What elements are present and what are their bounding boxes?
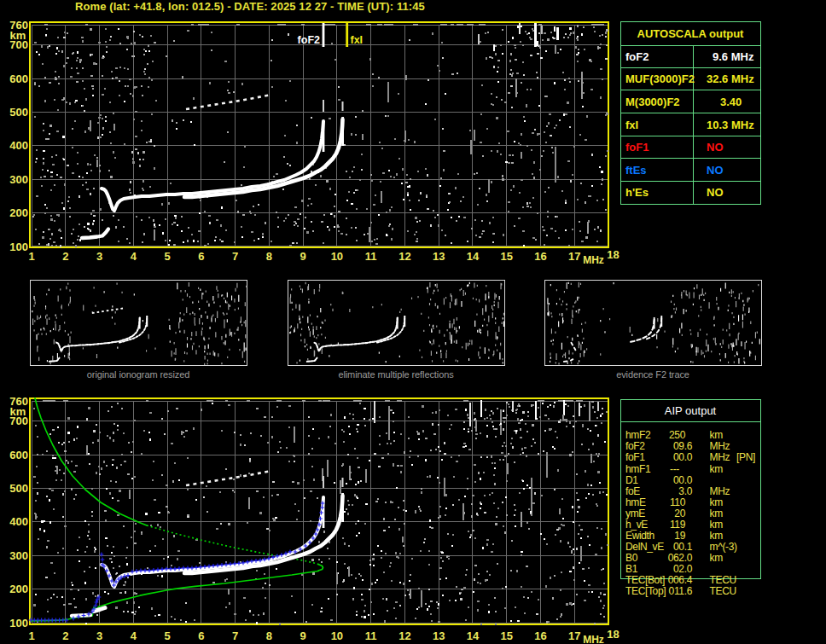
- svg-text:00.0: 00.0: [673, 474, 693, 486]
- svg-text:500: 500: [9, 106, 28, 119]
- svg-text:17: 17: [568, 250, 580, 263]
- svg-text:200: 200: [9, 583, 28, 595]
- svg-text:13: 13: [433, 629, 445, 642]
- svg-text:MHz: MHz: [710, 485, 730, 497]
- svg-text:15: 15: [500, 629, 512, 642]
- svg-text:6: 6: [198, 629, 204, 642]
- svg-text:---: ---: [670, 463, 679, 475]
- svg-text:foE: foE: [625, 485, 640, 497]
- svg-text:km: km: [710, 429, 724, 441]
- svg-text:B0: B0: [625, 552, 638, 564]
- svg-text:Rome (lat: +41.8, lon: 012.5): Rome (lat: +41.8, lon: 012.5) - DATE: 20…: [75, 0, 425, 13]
- svg-text:13: 13: [433, 250, 445, 263]
- svg-text:062.0: 062.0: [668, 552, 693, 564]
- svg-text:km: km: [710, 463, 724, 475]
- svg-text:Ewidth: Ewidth: [625, 530, 654, 542]
- svg-text:foF2: foF2: [625, 440, 645, 452]
- svg-text:011.6: 011.6: [669, 585, 693, 597]
- svg-text:MHz: MHz: [583, 254, 604, 266]
- svg-text:17: 17: [568, 629, 580, 642]
- svg-text:119: 119: [670, 519, 686, 531]
- svg-text:14: 14: [467, 250, 480, 263]
- svg-text:400: 400: [9, 139, 28, 152]
- svg-text:MHz: MHz: [583, 634, 604, 644]
- svg-text:5: 5: [164, 629, 170, 642]
- svg-text:hmE: hmE: [625, 496, 646, 508]
- svg-text:AUTOSCALA output: AUTOSCALA output: [637, 27, 745, 40]
- svg-text:250: 250: [669, 429, 686, 441]
- svg-text:7: 7: [232, 250, 238, 263]
- svg-text:19: 19: [674, 530, 685, 542]
- svg-text:TECU: TECU: [710, 574, 736, 586]
- svg-text:h'Es: h'Es: [625, 186, 649, 199]
- svg-text:18: 18: [607, 248, 619, 261]
- svg-text:km: km: [710, 552, 724, 564]
- svg-text:km: km: [710, 508, 724, 519]
- svg-text:10.3 MHz: 10.3 MHz: [707, 119, 754, 131]
- svg-text:8: 8: [266, 629, 272, 642]
- svg-text:hmF2: hmF2: [625, 429, 651, 441]
- svg-text:[PN]: [PN]: [736, 451, 755, 463]
- svg-text:NO: NO: [707, 164, 724, 177]
- svg-text:18: 18: [607, 628, 619, 641]
- svg-text:300: 300: [9, 173, 28, 186]
- svg-text:eliminate multiple reflections: eliminate multiple reflections: [338, 369, 454, 380]
- svg-text:foF2: foF2: [625, 50, 649, 63]
- svg-text:6: 6: [198, 250, 204, 263]
- svg-text:00.1: 00.1: [673, 541, 693, 553]
- svg-text:4: 4: [131, 250, 137, 263]
- svg-text:3.0: 3.0: [678, 485, 692, 497]
- svg-text:1: 1: [28, 250, 34, 263]
- svg-text:B1: B1: [625, 563, 638, 575]
- svg-text:ftEs: ftEs: [625, 164, 647, 177]
- svg-text:09.6: 09.6: [673, 440, 693, 452]
- svg-text:DelN_vE: DelN_vE: [625, 541, 664, 553]
- svg-text:600: 600: [9, 449, 28, 461]
- svg-text:3.40: 3.40: [720, 96, 742, 108]
- svg-text:D1: D1: [625, 474, 638, 486]
- svg-text:400: 400: [9, 515, 28, 528]
- svg-text:8: 8: [266, 250, 272, 263]
- svg-text:16: 16: [534, 629, 546, 642]
- svg-text:9: 9: [300, 250, 306, 263]
- svg-text:hmF1: hmF1: [625, 463, 651, 475]
- svg-text:ymE: ymE: [625, 508, 645, 519]
- svg-text:1: 1: [28, 629, 34, 642]
- svg-text:3: 3: [96, 250, 102, 263]
- svg-text:300: 300: [9, 549, 28, 562]
- svg-text:11: 11: [365, 629, 377, 642]
- svg-text:11: 11: [365, 250, 377, 263]
- svg-text:TEC[Bot]: TEC[Bot]: [625, 574, 665, 586]
- svg-text:foF2: foF2: [298, 34, 320, 46]
- svg-text:MUF(3000)F2: MUF(3000)F2: [625, 73, 695, 85]
- svg-text:h_vE: h_vE: [625, 519, 648, 531]
- svg-text:200: 200: [9, 206, 28, 219]
- svg-text:M(3000)F2: M(3000)F2: [625, 96, 680, 108]
- svg-text:km: km: [10, 405, 26, 418]
- svg-text:12: 12: [398, 629, 410, 642]
- svg-text:4: 4: [131, 629, 137, 642]
- svg-text:MHz: MHz: [710, 440, 730, 452]
- svg-text:2: 2: [62, 629, 68, 642]
- svg-text:14: 14: [467, 629, 480, 642]
- svg-text:AIP output: AIP output: [665, 404, 717, 417]
- svg-text:foF1: foF1: [625, 141, 649, 154]
- svg-text:2: 2: [62, 250, 68, 263]
- svg-text:original ionogram resized: original ionogram resized: [87, 369, 189, 380]
- svg-text:fxI: fxI: [625, 119, 638, 131]
- svg-text:TECU: TECU: [710, 585, 736, 597]
- svg-text:00.0: 00.0: [673, 451, 693, 463]
- svg-text:16: 16: [534, 250, 546, 263]
- svg-text:m^(-3): m^(-3): [710, 541, 738, 553]
- svg-text:110: 110: [670, 496, 686, 508]
- svg-text:foF1: foF1: [625, 451, 645, 463]
- svg-text:32.6 MHz: 32.6 MHz: [707, 73, 754, 85]
- svg-text:km: km: [710, 530, 724, 542]
- svg-text:12: 12: [398, 250, 410, 263]
- svg-text:9: 9: [300, 629, 306, 642]
- svg-text:km: km: [10, 29, 26, 42]
- svg-text:100: 100: [9, 617, 28, 629]
- svg-text:100: 100: [9, 241, 28, 253]
- svg-text:NO: NO: [707, 141, 724, 154]
- svg-text:km: km: [710, 496, 724, 508]
